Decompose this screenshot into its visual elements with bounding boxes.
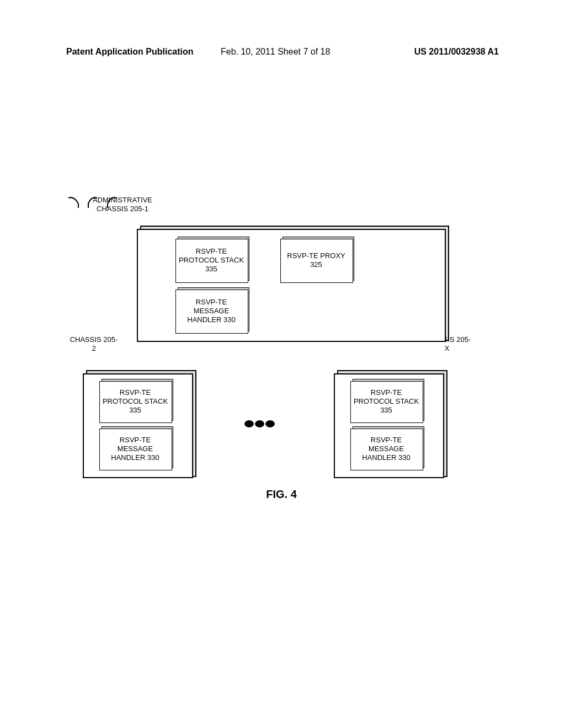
chassis-left-label: CHASSIS 205-2: [69, 335, 119, 352]
rsvp-te-message-handler-box: RSVP-TE MESSAGE HANDLER 330: [350, 429, 422, 469]
header-pub-number: US 2011/0032938 A1: [414, 47, 499, 57]
box-text: RSVP-TE PROXY 325: [282, 251, 350, 270]
box-text: RSVP-TE PROTOCOL STACK 335: [102, 388, 169, 415]
rsvp-te-protocol-stack-box: RSVP-TE PROTOCOL STACK 335: [350, 381, 422, 422]
box-text: RSVP-TE PROTOCOL STACK 335: [178, 247, 245, 274]
header-sheet-info: Feb. 10, 2011 Sheet 7 of 18: [221, 47, 330, 57]
box-text: RSVP-TE MESSAGE HANDLER 330: [178, 298, 245, 325]
rsvp-te-protocol-stack-box: RSVP-TE PROTOCOL STACK 335: [99, 381, 171, 422]
rsvp-te-protocol-stack-box: RSVP-TE PROTOCOL STACK 335: [175, 239, 247, 282]
admin-chassis-box: RSVP-TE PROTOCOL STACK 335 RSVP-TE PROXY…: [137, 229, 446, 342]
rsvp-te-message-handler-box: RSVP-TE MESSAGE HANDLER 330: [175, 290, 247, 333]
box-text: RSVP-TE MESSAGE HANDLER 330: [102, 436, 169, 463]
leader-line-icon: [66, 196, 83, 210]
rsvp-te-message-handler-box: RSVP-TE MESSAGE HANDLER 330: [99, 429, 171, 469]
figure-diagram: ADMINISTRATIVE CHASSIS 205-1 RSVP-TE PRO…: [66, 196, 497, 212]
chassis-left-box: RSVP-TE PROTOCOL STACK 335 RSVP-TE MESSA…: [83, 373, 193, 478]
box-text: RSVP-TE PROTOCOL STACK 335: [353, 388, 420, 415]
ellipsis-icon: [226, 416, 292, 431]
chassis-right-box: RSVP-TE PROTOCOL STACK 335 RSVP-TE MESSA…: [334, 373, 444, 478]
admin-chassis-label: ADMINISTRATIVE CHASSIS 205-1: [84, 196, 161, 213]
box-text: RSVP-TE MESSAGE HANDLER 330: [353, 436, 420, 463]
header-publication: Patent Application Publication: [66, 47, 194, 57]
rsvp-te-proxy-box: RSVP-TE PROXY 325: [280, 239, 352, 282]
figure-caption: FIG. 4: [66, 488, 497, 501]
